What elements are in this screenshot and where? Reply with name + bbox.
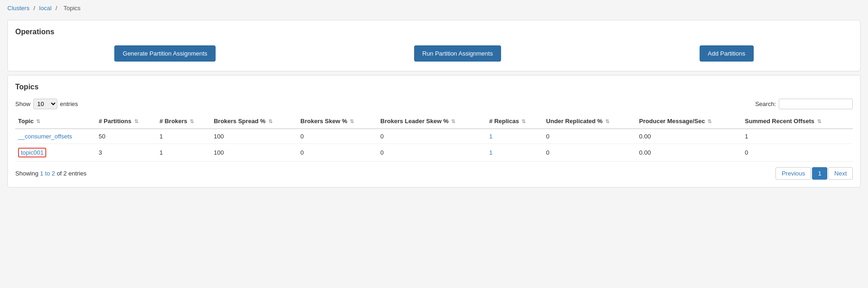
table-footer: Showing 1 to 2 of 2 entries Previous 1 N…: [15, 167, 853, 180]
breadcrumb-local[interactable]: local: [39, 5, 52, 12]
col-partitions: # Partitions ⇅: [96, 114, 157, 129]
show-label: Show: [15, 100, 31, 107]
cell-spread: 100: [211, 144, 298, 162]
cell-leader-skew: 0: [378, 129, 486, 144]
previous-button[interactable]: Previous: [775, 167, 811, 180]
cell-spread: 100: [211, 129, 298, 144]
cell-topic: __consumer_offsets: [15, 129, 96, 144]
sort-leader-skew-icon[interactable]: ⇅: [451, 119, 455, 125]
sort-skew-icon[interactable]: ⇅: [350, 119, 354, 125]
cell-leader-skew: 0: [378, 144, 486, 162]
entries-label: entries: [60, 100, 78, 107]
topics-panel: Topics Show 10 25 50 100 entries Search:…: [7, 75, 861, 188]
topic-link[interactable]: topic001: [21, 149, 43, 156]
operations-buttons: Generate Partition Assignments Run Parti…: [15, 44, 853, 63]
breadcrumb-topics: Topics: [63, 5, 81, 12]
operations-panel: Operations Generate Partition Assignment…: [7, 20, 861, 71]
search-box: Search:: [755, 99, 853, 109]
cell-brokers: 1: [157, 144, 211, 162]
search-label: Search:: [755, 100, 776, 107]
cell-replicas: 1: [486, 129, 543, 144]
topics-title: Topics: [15, 83, 853, 91]
sort-spread-icon[interactable]: ⇅: [268, 119, 273, 125]
col-topic: Topic ⇅: [15, 114, 96, 129]
topic-boxed: topic001: [18, 148, 46, 157]
operations-title: Operations: [15, 28, 853, 36]
next-button[interactable]: Next: [828, 167, 853, 180]
generate-partition-assignments-button[interactable]: Generate Partition Assignments: [114, 45, 216, 62]
topics-table: Topic ⇅ # Partitions ⇅ # Brokers ⇅ Broke…: [15, 114, 853, 162]
cell-summed-offsets: 0: [742, 144, 853, 162]
replicas-link[interactable]: 1: [489, 133, 492, 140]
table-row: __consumer_offsets 50 1 100 0 0 1 0 0.00…: [15, 129, 853, 144]
cell-producer-msg: 0.00: [636, 129, 742, 144]
table-row: topic001 3 1 100 0 0 1 0 0.00 0: [15, 144, 853, 162]
cell-partitions: 3: [96, 144, 157, 162]
col-replicas: # Replicas ⇅: [486, 114, 543, 129]
breadcrumb-sep1: /: [33, 5, 35, 12]
showing-range[interactable]: 1 to 2: [40, 170, 55, 177]
cell-skew: 0: [298, 129, 378, 144]
cell-skew: 0: [298, 144, 378, 162]
table-controls: Show 10 25 50 100 entries Search:: [15, 99, 853, 109]
col-producer-msg: Producer Message/Sec ⇅: [636, 114, 742, 129]
sort-brokers-icon[interactable]: ⇅: [190, 119, 194, 125]
col-leader-skew: Brokers Leader Skew % ⇅: [378, 114, 486, 129]
showing-middle: of: [55, 170, 63, 177]
col-summed-offsets: Summed Recent Offsets ⇅: [742, 114, 853, 129]
cell-brokers: 1: [157, 129, 211, 144]
run-partition-assignments-button[interactable]: Run Partition Assignments: [414, 45, 501, 62]
showing-text: Showing 1 to 2 of 2 entries: [15, 170, 87, 177]
col-under-replicated: Under Replicated % ⇅: [543, 114, 636, 129]
sort-summed-offsets-icon[interactable]: ⇅: [817, 119, 821, 125]
showing-suffix: entries: [67, 170, 87, 177]
sort-under-replicated-icon[interactable]: ⇅: [605, 119, 609, 125]
cell-topic: topic001: [15, 144, 96, 162]
col-skew: Brokers Skew % ⇅: [298, 114, 378, 129]
cell-summed-offsets: 1: [742, 129, 853, 144]
cell-replicas: 1: [486, 144, 543, 162]
sort-replicas-icon[interactable]: ⇅: [521, 119, 526, 125]
replicas-link[interactable]: 1: [489, 149, 492, 156]
col-spread: Brokers Spread % ⇅: [211, 114, 298, 129]
cell-partitions: 50: [96, 129, 157, 144]
show-entries: Show 10 25 50 100 entries: [15, 99, 78, 109]
showing-prefix: Showing: [15, 170, 40, 177]
table-header: Topic ⇅ # Partitions ⇅ # Brokers ⇅ Broke…: [15, 114, 853, 129]
sort-partitions-icon[interactable]: ⇅: [134, 119, 138, 125]
breadcrumb: Clusters / local / Topics: [0, 0, 868, 16]
table-body: __consumer_offsets 50 1 100 0 0 1 0 0.00…: [15, 129, 853, 162]
col-brokers: # Brokers ⇅: [157, 114, 211, 129]
breadcrumb-clusters[interactable]: Clusters: [7, 5, 30, 12]
cell-producer-msg: 0.00: [636, 144, 742, 162]
cell-under-replicated: 0: [543, 129, 636, 144]
cell-under-replicated: 0: [543, 144, 636, 162]
page-1-button[interactable]: 1: [812, 167, 827, 180]
breadcrumb-sep2: /: [56, 5, 57, 12]
entries-select[interactable]: 10 25 50 100: [33, 99, 57, 109]
sort-producer-msg-icon[interactable]: ⇅: [707, 119, 712, 125]
search-input[interactable]: [779, 99, 853, 109]
sort-topic-icon[interactable]: ⇅: [36, 119, 40, 125]
add-partitions-button[interactable]: Add Partitions: [700, 45, 754, 62]
pagination: Previous 1 Next: [775, 167, 853, 180]
topic-link[interactable]: __consumer_offsets: [18, 133, 72, 140]
